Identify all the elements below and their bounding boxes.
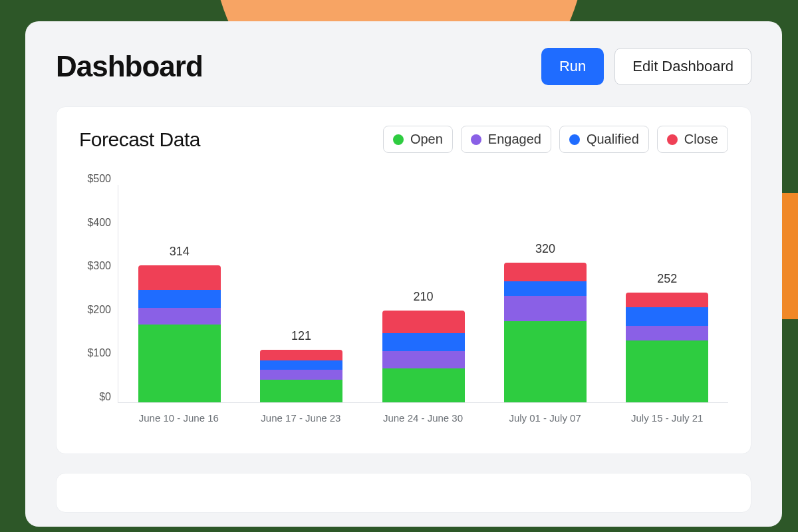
forecast-chart-card: Forecast Data OpenEngagedQualifiedClose … bbox=[56, 106, 751, 454]
bar-segment-qualified bbox=[382, 333, 465, 350]
bar-segment-open bbox=[260, 380, 342, 402]
bar-segment-qualified bbox=[260, 360, 342, 370]
bar-stack[interactable] bbox=[260, 350, 342, 402]
bar-stack[interactable] bbox=[138, 265, 221, 402]
y-axis: $500$400$300$200$100$0 bbox=[79, 185, 118, 403]
bar-segment-close bbox=[626, 293, 708, 307]
legend-item-qualified[interactable]: Qualified bbox=[559, 126, 649, 153]
bar-segment-close bbox=[382, 311, 465, 333]
legend-dot-icon bbox=[393, 134, 404, 145]
bar-segment-open bbox=[504, 321, 587, 402]
legend-dot-icon bbox=[471, 134, 481, 145]
header-buttons: Run Edit Dashboard bbox=[541, 48, 751, 85]
bar-total-label: 210 bbox=[413, 290, 433, 304]
bar-segment-engaged bbox=[260, 370, 342, 379]
edit-dashboard-button[interactable]: Edit Dashboard bbox=[614, 48, 751, 85]
header: Dashboard Run Edit Dashboard bbox=[56, 48, 751, 85]
secondary-card bbox=[56, 473, 751, 513]
bar-segment-close bbox=[138, 265, 221, 290]
x-axis-label: July 01 - July 07 bbox=[484, 412, 606, 424]
bar-segment-open bbox=[626, 340, 708, 402]
bar-segment-engaged bbox=[626, 326, 708, 340]
legend-dot-icon bbox=[569, 134, 580, 145]
bar-segment-engaged bbox=[504, 296, 587, 321]
legend-label: Engaged bbox=[488, 132, 541, 147]
legend-item-open[interactable]: Open bbox=[383, 126, 453, 153]
bar-segment-engaged bbox=[382, 351, 465, 368]
bar-segment-qualified bbox=[504, 281, 587, 296]
bar-segment-close bbox=[504, 263, 587, 281]
bar-slot: 210 bbox=[362, 185, 484, 402]
bar-slot: 320 bbox=[484, 185, 606, 402]
legend-dot-icon bbox=[667, 134, 678, 145]
bar-segment-qualified bbox=[626, 307, 708, 326]
plot: 314121210320252 bbox=[118, 185, 728, 403]
bar-total-label: 121 bbox=[291, 329, 311, 343]
bar-total-label: 314 bbox=[170, 245, 190, 259]
chart-area: $500$400$300$200$100$0 314121210320252 J… bbox=[79, 185, 728, 431]
bar-segment-open bbox=[138, 325, 221, 402]
bar-segment-engaged bbox=[138, 308, 221, 325]
dashboard-card: Dashboard Run Edit Dashboard Forecast Da… bbox=[25, 21, 782, 527]
page-title: Dashboard bbox=[56, 50, 203, 83]
legend-label: Qualified bbox=[587, 132, 639, 147]
bar-slot: 252 bbox=[606, 185, 728, 402]
plot-wrap: 314121210320252 June 10 - June 16June 17… bbox=[118, 185, 728, 431]
legend-item-engaged[interactable]: Engaged bbox=[461, 126, 551, 153]
bar-segment-qualified bbox=[138, 290, 221, 309]
bar-slot: 121 bbox=[240, 185, 362, 402]
chart-title: Forecast Data bbox=[79, 128, 200, 151]
x-axis-label: June 24 - June 30 bbox=[362, 412, 484, 424]
bar-total-label: 252 bbox=[657, 272, 677, 286]
run-button[interactable]: Run bbox=[541, 48, 604, 85]
bar-segment-close bbox=[260, 350, 342, 360]
legend-item-close[interactable]: Close bbox=[657, 126, 728, 153]
x-axis-label: June 10 - June 16 bbox=[118, 412, 240, 424]
chart-header: Forecast Data OpenEngagedQualifiedClose bbox=[79, 126, 728, 153]
x-axis-labels: June 10 - June 16June 17 - June 23June 2… bbox=[118, 412, 728, 424]
bar-stack[interactable] bbox=[504, 263, 587, 402]
x-axis-label: July 15 - July 21 bbox=[606, 412, 728, 424]
bar-stack[interactable] bbox=[382, 311, 465, 402]
chart-legend: OpenEngagedQualifiedClose bbox=[383, 126, 728, 153]
bar-segment-open bbox=[382, 368, 465, 402]
legend-label: Close bbox=[684, 132, 718, 147]
x-axis-label: June 17 - June 23 bbox=[240, 412, 362, 424]
bar-slot: 314 bbox=[118, 185, 240, 402]
bar-total-label: 320 bbox=[535, 242, 555, 256]
bar-stack[interactable] bbox=[626, 293, 708, 402]
legend-label: Open bbox=[410, 132, 443, 147]
